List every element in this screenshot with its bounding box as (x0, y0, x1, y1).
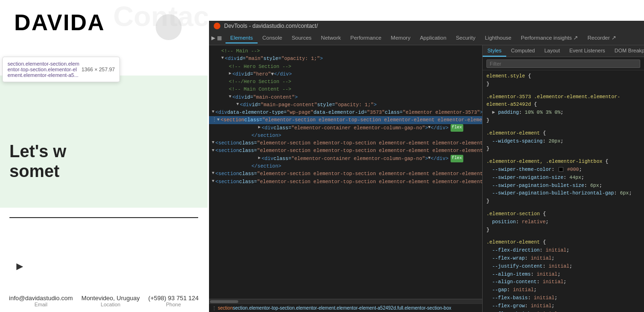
device-toolbar-icon[interactable]: ▦ (217, 35, 222, 41)
css-rule-elementor-3573: .elementor-3573 .elementor-element.eleme… (486, 93, 640, 125)
css-rule-elementor-element-2: .elementor-element { --flex-direction: i… (486, 238, 640, 312)
styles-tab-styles[interactable]: Styles (483, 45, 506, 57)
phone-footer-item: (+598) 93 751 124 Phone (148, 295, 199, 307)
element-tooltip: section.elementor-section.elem entor-top… (2, 57, 120, 82)
website-preview: DAVIDA Contact me Let's w somet ► info@d… (0, 0, 208, 312)
code-line[interactable]: ▼ <section class="elementor-section elem… (209, 178, 482, 186)
location-footer-item: Montevideo, Uruguay Location (82, 295, 140, 307)
scrollbar-thumb-h[interactable] (210, 300, 238, 303)
code-line[interactable]: ► <div id="hero" ▼ </div> (209, 70, 482, 78)
code-line: <!-- Main Content --> (209, 85, 482, 93)
code-line[interactable]: ▼ <section class="elementor-section elem… (209, 147, 482, 154)
chrome-favicon (214, 23, 220, 29)
code-line: <!-- Main --> (209, 47, 482, 55)
website-lets-text: Let's w somet (9, 142, 67, 181)
code-line[interactable]: ▼ <section class="elementor-section elem… (209, 139, 482, 147)
code-line[interactable]: ▼ <div data-elementor-type="wp-page" dat… (209, 109, 482, 116)
code-line: </section> (209, 162, 482, 170)
styles-filter-input[interactable] (486, 59, 640, 68)
send-icon: ► (14, 260, 25, 273)
tab-network[interactable]: Network (316, 33, 345, 43)
css-rule-element-style: element.style { } (486, 72, 640, 88)
email-value: info@davidastudio.com (9, 295, 73, 302)
code-line: <!--/Hero Section --> (209, 78, 482, 85)
tab-performance-insights[interactable]: Performance insights ↗ (516, 33, 583, 44)
devtools-titlebar: DevTools - davidastudio.com/contact/ (209, 21, 644, 31)
phone-label: Phone (148, 302, 199, 307)
elements-scrollbar-h[interactable] (209, 299, 482, 304)
website-circle-decoration (156, 14, 182, 40)
code-line: </section> (209, 132, 482, 139)
elements-code-view[interactable]: <!-- Main --> ▼ <div id="main" style="op… (209, 45, 482, 299)
selected-code-line[interactable]: ⋮ ▼ <section class="elementor-section el… (209, 116, 482, 124)
tab-lighthouse[interactable]: Lighthouse (480, 33, 516, 43)
code-line[interactable]: ► <div class="elementor-container elemen… (209, 124, 482, 132)
tooltip-line2: entor-top-section.elementor-el (8, 67, 77, 72)
code-line[interactable]: ► <div class="elementor-container elemen… (209, 155, 482, 162)
elements-panel: <!-- Main --> ▼ <div id="main" style="op… (209, 45, 483, 312)
location-label: Location (82, 302, 140, 307)
code-line[interactable]: ▼ <div id="main-content" > (209, 93, 482, 101)
breadcrumb: ⋮ sectionsection.elementor-top-section.e… (209, 304, 482, 312)
tooltip-line3: ement.elementor-element-a5... (8, 72, 78, 78)
tab-elements[interactable]: Elements (226, 33, 258, 43)
styles-tab-event-listeners[interactable]: Event Listeners (565, 45, 610, 57)
devtools-panel: DevTools - davidastudio.com/contact/ ▶ ▦… (209, 21, 644, 312)
css-rule-elementor-element: .elementor-element { --widgets-spacing: … (486, 129, 640, 153)
devtools-main-tabs: ▶ ▦ Elements Console Sources Network Per… (209, 31, 644, 45)
email-label: Email (9, 302, 73, 307)
css-rule-elementor-lightbox: .elementor-element, .elementor-lightbox … (486, 158, 640, 205)
devtools-body: <!-- Main --> ▼ <div id="main" style="op… (209, 45, 644, 312)
css-rule-elementor-section: .elementor-section { position: relative;… (486, 210, 640, 234)
tab-memory[interactable]: Memory (386, 33, 415, 43)
styles-subtabs: Styles Computed Layout Event Listeners D… (483, 45, 644, 57)
website-footer: info@davidastudio.com Email Montevideo, … (0, 295, 208, 307)
styles-panel: Styles Computed Layout Event Listeners D… (483, 45, 644, 312)
devtools-title: DevTools - davidastudio.com/contact/ (224, 23, 318, 29)
styles-filter (483, 57, 644, 70)
code-line[interactable]: ▼ <div id="main" style="opacity: 1;" > (209, 55, 482, 62)
code-line[interactable]: ▼ <section class="elementor-section elem… (209, 170, 482, 177)
tab-performance[interactable]: Performance (346, 33, 386, 43)
inspect-element-icon[interactable]: ▶ (211, 35, 215, 41)
tooltip-size: 1366 × 257.97 (82, 67, 115, 72)
tab-sources[interactable]: Sources (287, 33, 316, 43)
code-line[interactable]: ▼ <div id="main-page-content" style="opa… (209, 101, 482, 109)
styles-tab-layout[interactable]: Layout (540, 45, 565, 57)
styles-tab-computed[interactable]: Computed (506, 45, 540, 57)
tab-recorder[interactable]: Recorder ↗ (583, 33, 621, 44)
styles-tab-dom-breakpoints[interactable]: DOM Breakpo (610, 45, 644, 57)
phone-value: (+598) 93 751 124 (148, 295, 199, 302)
tab-security[interactable]: Security (451, 33, 480, 43)
tooltip-line1: section.elementor-section.elem (8, 61, 79, 67)
code-line: <!-- Hero Section --> (209, 63, 482, 70)
tab-console[interactable]: Console (258, 33, 287, 43)
location-value: Montevideo, Uruguay (82, 295, 140, 302)
email-footer-item: info@davidastudio.com Email (9, 295, 73, 307)
website-divider (9, 217, 198, 218)
styles-content[interactable]: element.style { } .elementor-3573 .eleme… (483, 70, 644, 312)
tab-application[interactable]: Application (415, 33, 451, 43)
